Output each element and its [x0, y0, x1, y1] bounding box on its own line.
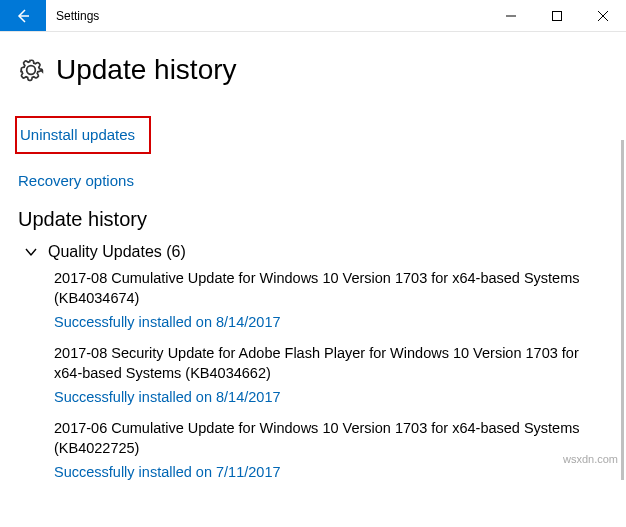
update-item: 2017-08 Security Update for Adobe Flash …	[54, 344, 606, 405]
update-name: 2017-06 Cumulative Update for Windows 10…	[54, 419, 586, 458]
maximize-button[interactable]	[534, 0, 580, 31]
page-title: Update history	[56, 54, 237, 86]
minimize-button[interactable]	[488, 0, 534, 31]
update-list: 2017-08 Cumulative Update for Windows 10…	[18, 269, 606, 480]
scrollbar[interactable]	[621, 140, 624, 480]
recovery-options-link[interactable]: Recovery options	[18, 172, 134, 189]
update-name: 2017-08 Security Update for Adobe Flash …	[54, 344, 586, 383]
svg-rect-0	[553, 11, 562, 20]
uninstall-updates-link[interactable]: Uninstall updates	[20, 126, 135, 143]
chevron-down-icon	[24, 245, 38, 259]
close-icon	[598, 11, 608, 21]
back-button[interactable]	[0, 0, 46, 31]
quality-updates-group[interactable]: Quality Updates (6)	[18, 239, 606, 269]
update-status[interactable]: Successfully installed on 8/14/2017	[54, 314, 586, 330]
close-button[interactable]	[580, 0, 626, 31]
arrow-left-icon	[15, 8, 31, 24]
title-bar: Settings	[0, 0, 626, 32]
content-area: Update history Uninstall updates Recover…	[0, 32, 626, 527]
watermark: wsxdn.com	[563, 453, 618, 465]
highlight-annotation: Uninstall updates	[15, 116, 151, 154]
update-item: 2017-08 Cumulative Update for Windows 10…	[54, 269, 606, 330]
update-item: 2017-06 Cumulative Update for Windows 10…	[54, 419, 606, 480]
maximize-icon	[552, 11, 562, 21]
update-status[interactable]: Successfully installed on 7/11/2017	[54, 464, 586, 480]
section-title: Update history	[18, 208, 606, 231]
gear-icon	[18, 57, 44, 83]
window-controls	[488, 0, 626, 31]
group-label: Quality Updates (6)	[48, 243, 186, 261]
window-title: Settings	[46, 0, 488, 31]
update-name: 2017-08 Cumulative Update for Windows 10…	[54, 269, 586, 308]
minimize-icon	[506, 11, 516, 21]
update-status[interactable]: Successfully installed on 8/14/2017	[54, 389, 586, 405]
page-header: Update history	[18, 54, 606, 86]
